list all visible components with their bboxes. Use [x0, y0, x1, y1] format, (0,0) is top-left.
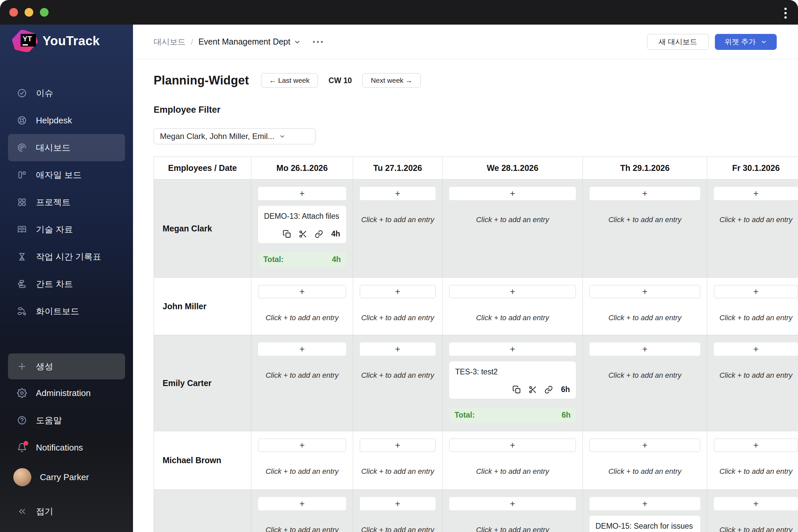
add-entry-hint: Click + to add an entry	[714, 526, 798, 532]
add-entry-hint: Click + to add an entry	[590, 314, 700, 322]
cell-row5-th: + DEMO-15: Search for issues	[583, 490, 707, 532]
add-widget-button[interactable]: 위젯 추가	[715, 34, 777, 50]
add-entry-button[interactable]: +	[360, 497, 436, 510]
add-entry-hint: Click + to add an entry	[590, 371, 700, 380]
add-entry-button[interactable]: +	[360, 342, 436, 356]
column-header-monday: Mo 26.1.2026	[251, 157, 353, 179]
table-row-michael-brown: Michael Brown + Click + to add an entry …	[154, 431, 798, 490]
sidebar-item-dashboards[interactable]: 대시보드	[8, 134, 125, 161]
add-entry-button[interactable]: +	[258, 285, 346, 298]
add-entry-hint: Click + to add an entry	[258, 526, 346, 532]
add-entry-button[interactable]: +	[714, 439, 798, 452]
add-entry-button[interactable]: +	[449, 187, 576, 200]
sidebar-item-knowledge-base[interactable]: 기술 자료	[8, 216, 125, 243]
add-entry-hint: Click + to add an entry	[714, 371, 798, 380]
sidebar-item-issues[interactable]: 이슈	[8, 79, 125, 107]
add-entry-button[interactable]: +	[590, 497, 700, 510]
add-entry-button[interactable]: +	[360, 439, 436, 452]
work-entry-card[interactable]: TES-3: test2 6h	[449, 361, 576, 399]
cell-megan-th: + Click + to add an entry	[583, 179, 707, 278]
add-entry-button[interactable]: +	[590, 285, 700, 298]
table-row-megan-clark: Megan Clark + DEMO-13: Attach files 4h	[154, 179, 798, 278]
add-entry-button[interactable]: +	[714, 285, 798, 298]
breadcrumb-dashboards-link[interactable]: 대시보드	[154, 37, 186, 47]
add-entry-button[interactable]: +	[258, 497, 346, 510]
copy-icon[interactable]	[512, 385, 521, 394]
zoom-window-icon[interactable]	[40, 8, 49, 17]
plus-icon	[17, 361, 27, 372]
sidebar-item-helpdesk[interactable]: Helpdesk	[8, 107, 125, 134]
cell-megan-we: + Click + to add an entry	[442, 179, 583, 278]
breadcrumb-separator: /	[191, 37, 193, 46]
link-icon[interactable]	[544, 385, 553, 394]
create-button[interactable]: 생성	[8, 354, 125, 379]
work-entry-card[interactable]: DEMO-13: Attach files 4h	[258, 206, 346, 243]
close-window-icon[interactable]	[9, 8, 18, 17]
cell-john-we: + Click + to add an entry	[442, 278, 583, 335]
work-entry-card[interactable]: DEMO-15: Search for issues	[590, 516, 700, 532]
add-entry-button[interactable]: +	[590, 187, 700, 200]
minimize-window-icon[interactable]	[25, 8, 33, 17]
sidebar-item-help[interactable]: 도움말	[8, 407, 125, 434]
sidebar-item-projects[interactable]: 프로젝트	[8, 189, 125, 216]
link-icon[interactable]	[315, 230, 323, 239]
youtrack-logo[interactable]: YT YouTrack	[12, 30, 133, 52]
sidebar-item-profile[interactable]: Carry Parker	[8, 461, 125, 493]
add-entry-hint: Click + to add an entry	[714, 467, 798, 476]
help-icon	[17, 415, 27, 425]
next-week-button[interactable]: Next week →	[362, 73, 421, 88]
sidebar-item-collapse[interactable]: 접기	[8, 498, 125, 525]
yt-badge: YT	[21, 34, 36, 46]
browser-menu-icon[interactable]	[783, 6, 788, 20]
add-entry-button[interactable]: +	[449, 497, 576, 510]
add-entry-button[interactable]: +	[360, 285, 436, 298]
cell-john-th: + Click + to add an entry	[583, 278, 707, 335]
add-entry-button[interactable]: +	[449, 285, 576, 298]
add-entry-button[interactable]: +	[714, 342, 798, 356]
cell-megan-fr: + Click + to add an entry	[707, 179, 798, 278]
add-entry-hint: Click + to add an entry	[449, 467, 576, 476]
breadcrumb-current-dashboard[interactable]: Event Management Dept	[198, 37, 301, 46]
table-row-john-miller: John Miller + Click + to add an entry + …	[154, 278, 798, 335]
sidebar-item-notifications[interactable]: Notifications	[8, 434, 125, 461]
issues-check-icon	[17, 88, 27, 98]
sidebar-item-gantt-charts[interactable]: 간트 차트	[8, 270, 125, 298]
table-header-row: Employees / Date Mo 26.1.2026 Tu 27.1.20…	[154, 157, 798, 179]
app-window: YT YouTrack 이슈 Helpdesk	[0, 0, 798, 532]
add-entry-button[interactable]: +	[258, 342, 346, 356]
employee-filter-select[interactable]: Megan Clark, John Miller, Emil...	[154, 128, 316, 144]
add-entry-button[interactable]: +	[449, 439, 576, 452]
cut-icon[interactable]	[528, 385, 537, 394]
sidebar-item-administration[interactable]: Administration	[8, 379, 125, 407]
new-dashboard-button[interactable]: 새 대시보드	[647, 34, 709, 50]
sidebar-item-agile-boards[interactable]: 애자일 보드	[8, 161, 125, 189]
add-entry-hint: Click + to add an entry	[258, 371, 346, 380]
cell-michael-fr: + Click + to add an entry	[707, 431, 798, 490]
widget-header: Planning-Widget ← Last week CW 10 Next w…	[154, 73, 798, 88]
table-row-emily-carter: Emily Carter + Click + to add an entry +…	[154, 335, 798, 431]
column-header-employees: Employees / Date	[154, 157, 251, 179]
more-options-icon[interactable]	[311, 39, 325, 45]
copy-icon[interactable]	[283, 230, 291, 239]
sidebar-item-timesheets[interactable]: 작업 시간 기록표	[8, 243, 125, 270]
cell-row5-mo: + Click + to add an entry	[251, 490, 353, 532]
cell-row5-fr: + Click + to add an entry	[707, 490, 798, 532]
employee-filter-label: Employee Filter	[154, 105, 798, 114]
add-entry-button[interactable]: +	[258, 439, 346, 452]
employee-name: Megan Clark	[154, 179, 251, 278]
add-entry-button[interactable]: +	[590, 342, 700, 356]
chevron-down-icon	[279, 133, 286, 140]
add-entry-button[interactable]: +	[360, 187, 436, 200]
employee-name: Michael Brown	[154, 431, 251, 490]
add-entry-button[interactable]: +	[258, 187, 346, 200]
add-entry-button[interactable]: +	[590, 439, 700, 452]
cut-icon[interactable]	[299, 230, 307, 239]
last-week-button[interactable]: ← Last week	[261, 73, 318, 88]
add-entry-button[interactable]: +	[714, 187, 798, 200]
column-header-thursday: Th 29.1.2026	[583, 157, 707, 179]
day-total-bar: Total: 6h	[449, 407, 576, 423]
add-entry-button[interactable]: +	[449, 342, 576, 356]
add-entry-hint: Click + to add an entry	[258, 314, 346, 322]
sidebar-item-whiteboards[interactable]: 화이트보드	[8, 298, 125, 325]
add-entry-button[interactable]: +	[714, 497, 798, 510]
